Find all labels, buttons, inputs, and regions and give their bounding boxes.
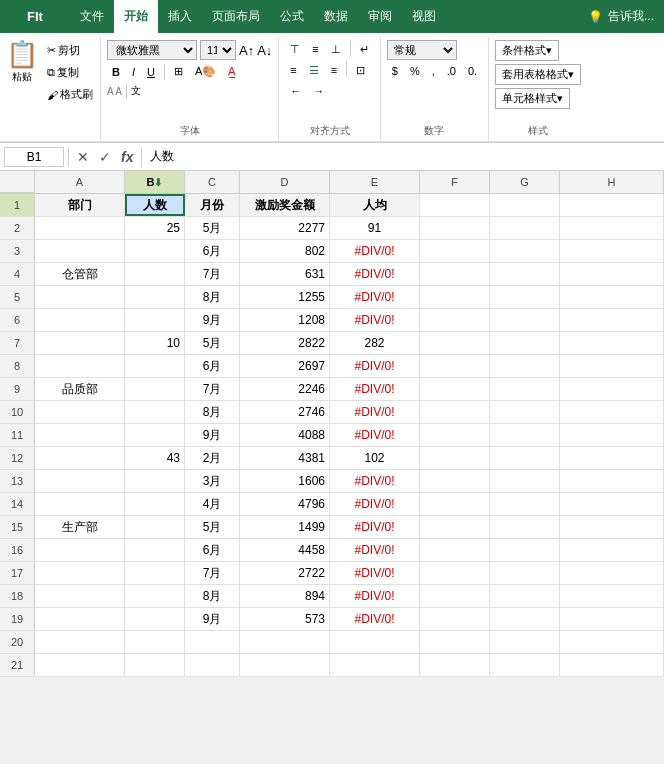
col-header-c[interactable]: C — [185, 171, 240, 193]
wén-icon[interactable]: 文 — [131, 84, 141, 98]
cell-f-6[interactable] — [420, 309, 490, 331]
cell-a-12[interactable] — [35, 447, 125, 469]
cell-e-8[interactable]: #DIV/0! — [330, 355, 420, 377]
cell-a-2[interactable] — [35, 217, 125, 239]
cell-h-8[interactable] — [560, 355, 664, 377]
cell-a-17[interactable] — [35, 562, 125, 584]
cell-e-14[interactable]: #DIV/0! — [330, 493, 420, 515]
cell-d-21[interactable] — [240, 654, 330, 676]
cell-a-9[interactable]: 品质部 — [35, 378, 125, 400]
row-number[interactable]: 11 — [0, 424, 35, 446]
cell-d-3[interactable]: 802 — [240, 240, 330, 262]
cell-a-19[interactable] — [35, 608, 125, 630]
col-header-e[interactable]: E — [330, 171, 420, 193]
cell-h-21[interactable] — [560, 654, 664, 676]
cell-e-2[interactable]: 91 — [330, 217, 420, 239]
cell-d-2[interactable]: 2277 — [240, 217, 330, 239]
merge-button[interactable]: ⊡ — [351, 61, 370, 80]
font-size-select[interactable]: 11 — [200, 40, 236, 60]
align-center-button[interactable]: ☰ — [304, 61, 324, 80]
cell-g-4[interactable] — [490, 263, 560, 285]
align-top-button[interactable]: ⊤ — [285, 40, 305, 59]
cell-g-12[interactable] — [490, 447, 560, 469]
confirm-formula-icon[interactable]: ✓ — [95, 147, 115, 167]
cell-a-21[interactable] — [35, 654, 125, 676]
cell-d-16[interactable]: 4458 — [240, 539, 330, 561]
cell-reference-input[interactable] — [4, 147, 64, 167]
cell-h-10[interactable] — [560, 401, 664, 423]
cell-h-9[interactable] — [560, 378, 664, 400]
cell-c-6[interactable]: 9月 — [185, 309, 240, 331]
cell-d-18[interactable]: 894 — [240, 585, 330, 607]
row-number[interactable]: 17 — [0, 562, 35, 584]
cell-c-11[interactable]: 9月 — [185, 424, 240, 446]
border-button[interactable]: ⊞ — [169, 62, 188, 81]
cell-e-21[interactable] — [330, 654, 420, 676]
cell-c-16[interactable]: 6月 — [185, 539, 240, 561]
cell-c-15[interactable]: 5月 — [185, 516, 240, 538]
row-number[interactable]: 10 — [0, 401, 35, 423]
cell-a-6[interactable] — [35, 309, 125, 331]
menu-home[interactable]: 开始 — [114, 0, 158, 33]
menu-review[interactable]: 审阅 — [358, 0, 402, 33]
cell-a-15[interactable]: 生产部 — [35, 516, 125, 538]
cell-f-19[interactable] — [420, 608, 490, 630]
row-number[interactable]: 8 — [0, 355, 35, 377]
cell-c-7[interactable]: 5月 — [185, 332, 240, 354]
cell-c-14[interactable]: 4月 — [185, 493, 240, 515]
tell-me[interactable]: 💡 告诉我... — [573, 0, 664, 33]
cell-b-13[interactable] — [125, 470, 185, 492]
cell-a-1[interactable]: 部门 — [35, 194, 125, 216]
cell-d-8[interactable]: 2697 — [240, 355, 330, 377]
cell-d-4[interactable]: 631 — [240, 263, 330, 285]
cell-f-14[interactable] — [420, 493, 490, 515]
col-header-h[interactable]: H — [560, 171, 664, 193]
row-number[interactable]: 19 — [0, 608, 35, 630]
cell-d-12[interactable]: 4381 — [240, 447, 330, 469]
row-number[interactable]: 21 — [0, 654, 35, 676]
cell-g-3[interactable] — [490, 240, 560, 262]
cell-b-2[interactable]: 25 — [125, 217, 185, 239]
cell-e-12[interactable]: 102 — [330, 447, 420, 469]
indent-decrease-button[interactable]: ← — [285, 82, 306, 100]
cell-e-6[interactable]: #DIV/0! — [330, 309, 420, 331]
cell-d-13[interactable]: 1606 — [240, 470, 330, 492]
cell-e-5[interactable]: #DIV/0! — [330, 286, 420, 308]
row-number[interactable]: 2 — [0, 217, 35, 239]
cell-h-5[interactable] — [560, 286, 664, 308]
cell-f-18[interactable] — [420, 585, 490, 607]
cell-d-19[interactable]: 573 — [240, 608, 330, 630]
cell-h-20[interactable] — [560, 631, 664, 653]
cell-h-1[interactable] — [560, 194, 664, 216]
cell-c-5[interactable]: 8月 — [185, 286, 240, 308]
align-bottom-button[interactable]: ⊥ — [326, 40, 346, 59]
cell-a-8[interactable] — [35, 355, 125, 377]
increase-font-icon[interactable]: A↑ — [239, 43, 254, 58]
cell-h-13[interactable] — [560, 470, 664, 492]
cell-h-17[interactable] — [560, 562, 664, 584]
cell-g-7[interactable] — [490, 332, 560, 354]
row-number[interactable]: 15 — [0, 516, 35, 538]
cell-b-7[interactable]: 10 — [125, 332, 185, 354]
menu-layout[interactable]: 页面布局 — [202, 0, 270, 33]
cell-c-9[interactable]: 7月 — [185, 378, 240, 400]
cell-g-18[interactable] — [490, 585, 560, 607]
cell-d-5[interactable]: 1255 — [240, 286, 330, 308]
cell-b-3[interactable] — [125, 240, 185, 262]
cell-f-4[interactable] — [420, 263, 490, 285]
cell-f-3[interactable] — [420, 240, 490, 262]
cell-g-5[interactable] — [490, 286, 560, 308]
fill-color-button[interactable]: A🎨 — [190, 62, 221, 81]
row-number[interactable]: 16 — [0, 539, 35, 561]
cell-b-21[interactable] — [125, 654, 185, 676]
decrease-decimal-button[interactable]: 0. — [463, 62, 482, 80]
cell-b-16[interactable] — [125, 539, 185, 561]
cell-b-8[interactable] — [125, 355, 185, 377]
cell-e-11[interactable]: #DIV/0! — [330, 424, 420, 446]
percent-button[interactable]: % — [405, 62, 425, 80]
cell-e-16[interactable]: #DIV/0! — [330, 539, 420, 561]
cell-b-12[interactable]: 43 — [125, 447, 185, 469]
row-number[interactable]: 14 — [0, 493, 35, 515]
insert-function-icon[interactable]: fx — [117, 147, 137, 167]
col-header-f[interactable]: F — [420, 171, 490, 193]
